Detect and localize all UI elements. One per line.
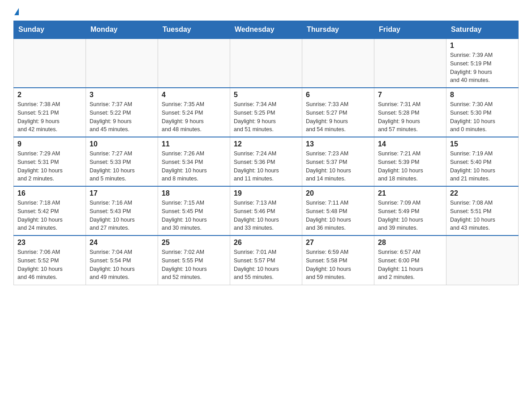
table-row: 13Sunrise: 7:23 AMSunset: 5:37 PMDayligh… [302, 137, 374, 186]
table-row: 17Sunrise: 7:16 AMSunset: 5:43 PMDayligh… [86, 186, 158, 235]
day-info: Sunrise: 7:19 AMSunset: 5:40 PMDaylight:… [450, 150, 515, 183]
day-info: Sunrise: 7:35 AMSunset: 5:24 PMDaylight:… [162, 100, 226, 134]
day-info: Sunrise: 7:15 AMSunset: 5:45 PMDaylight:… [162, 199, 226, 232]
day-number: 6 [306, 91, 370, 99]
day-number: 15 [450, 140, 515, 148]
logo [13, 9, 19, 16]
col-saturday: Saturday [446, 21, 519, 39]
day-info: Sunrise: 7:23 AMSunset: 5:37 PMDaylight:… [306, 150, 370, 183]
table-row: 24Sunrise: 7:04 AMSunset: 5:54 PMDayligh… [86, 235, 158, 285]
col-friday: Friday [374, 21, 446, 39]
day-info: Sunrise: 7:39 AMSunset: 5:19 PMDaylight:… [450, 51, 515, 85]
day-number: 26 [234, 239, 298, 247]
day-number: 17 [90, 189, 154, 197]
table-row: 15Sunrise: 7:19 AMSunset: 5:40 PMDayligh… [446, 137, 519, 186]
day-info: Sunrise: 7:04 AMSunset: 5:54 PMDaylight:… [90, 248, 154, 282]
day-number: 28 [378, 239, 442, 247]
day-info: Sunrise: 7:38 AMSunset: 5:21 PMDaylight:… [17, 100, 82, 134]
day-info: Sunrise: 6:59 AMSunset: 5:58 PMDaylight:… [306, 248, 370, 282]
table-row: 6Sunrise: 7:33 AMSunset: 5:27 PMDaylight… [302, 88, 374, 137]
table-row: 12Sunrise: 7:24 AMSunset: 5:36 PMDayligh… [230, 137, 302, 186]
day-info: Sunrise: 7:01 AMSunset: 5:57 PMDaylight:… [234, 248, 298, 282]
day-number: 21 [378, 189, 442, 197]
table-row [86, 39, 158, 88]
table-row: 22Sunrise: 7:08 AMSunset: 5:51 PMDayligh… [446, 186, 519, 235]
day-number: 19 [234, 189, 298, 197]
page-header [13, 9, 519, 16]
calendar-week-row: 1Sunrise: 7:39 AMSunset: 5:19 PMDaylight… [14, 39, 519, 88]
day-info: Sunrise: 7:21 AMSunset: 5:39 PMDaylight:… [378, 150, 442, 183]
table-row: 14Sunrise: 7:21 AMSunset: 5:39 PMDayligh… [374, 137, 446, 186]
day-number: 1 [450, 42, 515, 50]
day-info: Sunrise: 7:08 AMSunset: 5:51 PMDaylight:… [450, 199, 515, 232]
table-row: 26Sunrise: 7:01 AMSunset: 5:57 PMDayligh… [230, 235, 302, 285]
day-number: 16 [17, 189, 82, 197]
table-row: 20Sunrise: 7:11 AMSunset: 5:48 PMDayligh… [302, 186, 374, 235]
table-row: 1Sunrise: 7:39 AMSunset: 5:19 PMDaylight… [446, 39, 519, 88]
day-info: Sunrise: 7:06 AMSunset: 5:52 PMDaylight:… [17, 248, 82, 282]
table-row: 18Sunrise: 7:15 AMSunset: 5:45 PMDayligh… [158, 186, 230, 235]
day-info: Sunrise: 7:29 AMSunset: 5:31 PMDaylight:… [17, 150, 82, 183]
col-thursday: Thursday [302, 21, 374, 39]
day-number: 11 [162, 140, 226, 148]
day-number: 10 [90, 140, 154, 148]
day-number: 27 [306, 239, 370, 247]
day-number: 8 [450, 91, 515, 99]
day-number: 22 [450, 189, 515, 197]
table-row: 9Sunrise: 7:29 AMSunset: 5:31 PMDaylight… [14, 137, 86, 186]
day-info: Sunrise: 6:57 AMSunset: 6:00 PMDaylight:… [378, 248, 442, 282]
table-row: 11Sunrise: 7:26 AMSunset: 5:34 PMDayligh… [158, 137, 230, 186]
table-row: 28Sunrise: 6:57 AMSunset: 6:00 PMDayligh… [374, 235, 446, 285]
col-monday: Monday [86, 21, 158, 39]
table-row [158, 39, 230, 88]
day-number: 2 [17, 91, 82, 99]
table-row: 5Sunrise: 7:34 AMSunset: 5:25 PMDaylight… [230, 88, 302, 137]
day-number: 12 [234, 140, 298, 148]
day-number: 20 [306, 189, 370, 197]
table-row: 16Sunrise: 7:18 AMSunset: 5:42 PMDayligh… [14, 186, 86, 235]
table-row: 19Sunrise: 7:13 AMSunset: 5:46 PMDayligh… [230, 186, 302, 235]
col-wednesday: Wednesday [230, 21, 302, 39]
day-info: Sunrise: 7:13 AMSunset: 5:46 PMDaylight:… [234, 199, 298, 232]
day-info: Sunrise: 7:33 AMSunset: 5:27 PMDaylight:… [306, 100, 370, 134]
col-tuesday: Tuesday [158, 21, 230, 39]
day-number: 14 [378, 140, 442, 148]
table-row: 10Sunrise: 7:27 AMSunset: 5:33 PMDayligh… [86, 137, 158, 186]
day-info: Sunrise: 7:11 AMSunset: 5:48 PMDaylight:… [306, 199, 370, 232]
calendar-week-row: 23Sunrise: 7:06 AMSunset: 5:52 PMDayligh… [14, 235, 519, 285]
table-row: 7Sunrise: 7:31 AMSunset: 5:28 PMDaylight… [374, 88, 446, 137]
calendar-table: Sunday Monday Tuesday Wednesday Thursday… [13, 21, 519, 285]
table-row: 4Sunrise: 7:35 AMSunset: 5:24 PMDaylight… [158, 88, 230, 137]
table-row: 3Sunrise: 7:37 AMSunset: 5:22 PMDaylight… [86, 88, 158, 137]
table-row: 2Sunrise: 7:38 AMSunset: 5:21 PMDaylight… [14, 88, 86, 137]
table-row [446, 235, 519, 285]
logo-triangle-icon [14, 8, 19, 15]
day-info: Sunrise: 7:34 AMSunset: 5:25 PMDaylight:… [234, 100, 298, 134]
table-row: 23Sunrise: 7:06 AMSunset: 5:52 PMDayligh… [14, 235, 86, 285]
calendar-week-row: 16Sunrise: 7:18 AMSunset: 5:42 PMDayligh… [14, 186, 519, 235]
calendar-header-row: Sunday Monday Tuesday Wednesday Thursday… [14, 21, 519, 39]
col-sunday: Sunday [14, 21, 86, 39]
day-info: Sunrise: 7:09 AMSunset: 5:49 PMDaylight:… [378, 199, 442, 232]
day-number: 23 [17, 239, 82, 247]
day-number: 25 [162, 239, 226, 247]
table-row: 25Sunrise: 7:02 AMSunset: 5:55 PMDayligh… [158, 235, 230, 285]
table-row: 27Sunrise: 6:59 AMSunset: 5:58 PMDayligh… [302, 235, 374, 285]
calendar-week-row: 9Sunrise: 7:29 AMSunset: 5:31 PMDaylight… [14, 137, 519, 186]
day-info: Sunrise: 7:02 AMSunset: 5:55 PMDaylight:… [162, 248, 226, 282]
day-info: Sunrise: 7:27 AMSunset: 5:33 PMDaylight:… [90, 150, 154, 183]
calendar-week-row: 2Sunrise: 7:38 AMSunset: 5:21 PMDaylight… [14, 88, 519, 137]
table-row [230, 39, 302, 88]
day-number: 13 [306, 140, 370, 148]
day-info: Sunrise: 7:31 AMSunset: 5:28 PMDaylight:… [378, 100, 442, 134]
table-row [14, 39, 86, 88]
table-row [374, 39, 446, 88]
day-number: 9 [17, 140, 82, 148]
day-info: Sunrise: 7:16 AMSunset: 5:43 PMDaylight:… [90, 199, 154, 232]
day-info: Sunrise: 7:18 AMSunset: 5:42 PMDaylight:… [17, 199, 82, 232]
day-info: Sunrise: 7:26 AMSunset: 5:34 PMDaylight:… [162, 150, 226, 183]
day-number: 7 [378, 91, 442, 99]
day-number: 5 [234, 91, 298, 99]
day-info: Sunrise: 7:24 AMSunset: 5:36 PMDaylight:… [234, 150, 298, 183]
day-number: 4 [162, 91, 226, 99]
